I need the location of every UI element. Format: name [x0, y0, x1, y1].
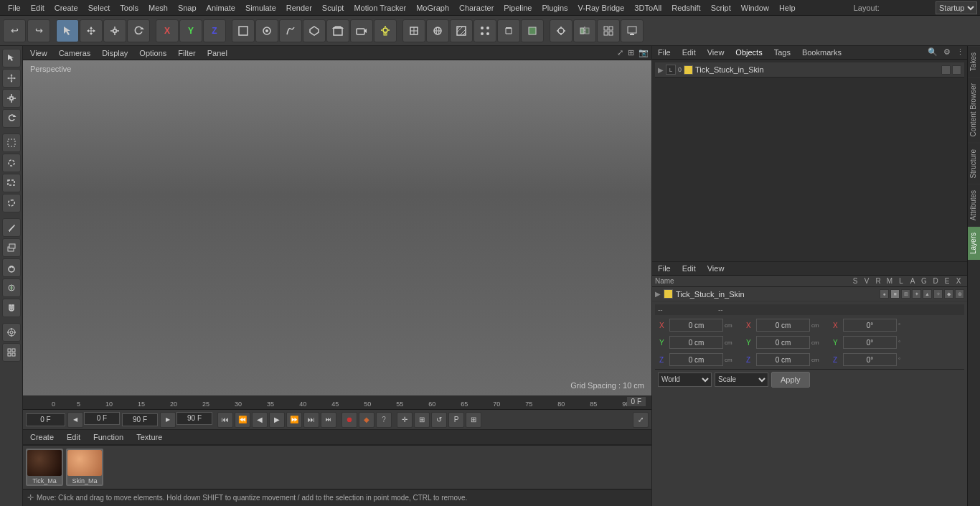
start-frame-input[interactable] — [84, 412, 120, 425]
om-bookmarks-tab[interactable]: Bookmarks — [796, 46, 847, 59]
mirror-button[interactable] — [573, 19, 596, 42]
keyframe-btn[interactable]: ✛ — [397, 412, 413, 428]
om-lock-icon[interactable] — [952, 65, 961, 75]
tab-takes[interactable]: Takes — [968, 46, 980, 77]
sidebar-paint[interactable] — [2, 278, 21, 297]
sidebar-active-tool[interactable] — [2, 49, 21, 67]
mat-edit[interactable]: Edit — [64, 431, 83, 443]
polygon-mode-button[interactable] — [521, 19, 544, 42]
tab-content-browser[interactable]: Content Browser — [968, 77, 980, 142]
go-last-key-btn[interactable]: ⏭ — [321, 412, 336, 428]
loop-btn[interactable]: ↺ — [431, 412, 447, 428]
y-scale-input[interactable] — [843, 336, 897, 349]
record2-btn[interactable]: P — [448, 412, 464, 428]
play-reverse-btn[interactable]: ◀ — [252, 412, 268, 428]
material-thumb-1[interactable]: Skin_Ma — [66, 449, 103, 486]
tab-structure[interactable]: Structure — [968, 143, 980, 184]
attr-icon-5[interactable]: ▲ — [923, 289, 932, 299]
attr-icon-4[interactable]: ✦ — [912, 289, 921, 299]
menu-animate[interactable]: Animate — [202, 2, 240, 14]
menu-character[interactable]: Character — [454, 2, 499, 14]
menu-create[interactable]: Create — [50, 2, 83, 14]
y-pos-input[interactable] — [669, 336, 723, 349]
scene-button[interactable] — [326, 19, 349, 42]
x-axis-button[interactable]: X — [156, 19, 179, 42]
menu-tools[interactable]: Tools — [115, 2, 143, 14]
menu-vray[interactable]: V-Ray Bridge — [573, 2, 630, 14]
play-btn[interactable]: ▶ — [269, 412, 285, 428]
z-rot-input[interactable] — [756, 353, 810, 366]
x-scale-input[interactable] — [843, 319, 897, 332]
vp-icon-grid[interactable]: ⊞ — [628, 48, 634, 57]
attr-icon-3[interactable]: ⊞ — [901, 289, 910, 299]
menu-render[interactable]: Render — [281, 2, 317, 14]
tab-attributes[interactable]: Attributes — [968, 184, 980, 226]
x-pos-input[interactable] — [669, 319, 723, 332]
edge-mode-button[interactable] — [497, 19, 520, 42]
schematic-btn[interactable]: ⊞ — [414, 412, 430, 428]
render-button[interactable] — [621, 19, 644, 42]
deformer-button[interactable] — [303, 19, 326, 42]
attr-icon-2[interactable]: ■ — [890, 289, 900, 299]
attr-file[interactable]: File — [652, 262, 677, 275]
om-objects-tab[interactable]: Objects — [730, 46, 768, 59]
attr-view[interactable]: View — [702, 262, 730, 275]
om-vis-icon[interactable] — [941, 65, 951, 75]
auto-key-btn[interactable]: ◆ — [359, 412, 374, 428]
menu-mesh[interactable]: Mesh — [143, 2, 173, 14]
timeline-expand-btn[interactable]: ⤢ — [633, 412, 649, 428]
vp-panel[interactable]: Panel — [203, 47, 232, 59]
attr-edit[interactable]: Edit — [677, 262, 702, 275]
om-color-swatch[interactable] — [684, 65, 693, 75]
go-start-btn[interactable]: ⏮ — [217, 412, 233, 428]
light-button[interactable] — [374, 19, 397, 42]
menu-motion-tracker[interactable]: Motion Tracker — [349, 2, 411, 14]
step-back-btn[interactable]: ⏪ — [235, 412, 250, 428]
menu-help[interactable]: Help — [774, 2, 801, 14]
current-frame-input[interactable] — [26, 413, 65, 426]
timeline-ruler[interactable]: 0 5 10 15 20 25 30 35 40 45 50 55 60 65 … — [23, 395, 651, 410]
snap-button[interactable] — [550, 19, 573, 42]
menu-script[interactable]: Script — [706, 2, 736, 14]
viewport-3d[interactable]: X Y Z Perspective Grid Spacing : 10 cm — [23, 60, 651, 395]
tab-layers[interactable]: Layers — [968, 226, 980, 260]
menu-snap[interactable]: Snap — [173, 2, 202, 14]
mat-texture[interactable]: Texture — [133, 431, 165, 443]
frame-step-left-btn[interactable]: ◀ — [67, 412, 83, 428]
om-tags-tab[interactable]: Tags — [768, 46, 796, 59]
grid-button[interactable] — [597, 19, 620, 42]
mat-create[interactable]: Create — [27, 431, 57, 443]
sidebar-render-region[interactable] — [2, 133, 21, 152]
om-row-top[interactable]: ▶ L 0 Tick_Stuck_in_Skin — [655, 62, 964, 78]
om-file[interactable]: File — [652, 46, 677, 59]
y-axis-button[interactable]: Y — [179, 19, 202, 42]
vp-icon-expand[interactable]: ⤢ — [617, 48, 623, 57]
sidebar-extra1[interactable] — [2, 343, 21, 362]
move-tool-button[interactable] — [80, 19, 103, 42]
attr-item-row[interactable]: ▶ Tick_Stuck_in_Skin ● ■ ⊞ ✦ ▲ ✧ ◆ ⊛ — [652, 287, 967, 301]
sidebar-lasso[interactable] — [2, 194, 21, 212]
vp-display[interactable]: Display — [98, 47, 132, 59]
sidebar-sculpt[interactable] — [2, 258, 21, 277]
sidebar-magnet[interactable] — [2, 299, 21, 317]
attr-icon-7[interactable]: ◆ — [944, 289, 953, 299]
menu-mograph[interactable]: MoGraph — [411, 2, 454, 14]
menu-window[interactable]: Window — [736, 2, 774, 14]
vp-cameras[interactable]: Cameras — [55, 47, 95, 59]
sidebar-motion-track[interactable] — [2, 323, 21, 342]
sidebar-move[interactable] — [2, 69, 21, 88]
attr-icon-8[interactable]: ⊛ — [955, 289, 964, 299]
vp-view[interactable]: View — [26, 47, 52, 59]
attr-icon-1[interactable]: ● — [880, 289, 889, 299]
world-select[interactable]: World — [658, 373, 712, 387]
mat-function[interactable]: Function — [90, 431, 126, 443]
max-frame-input[interactable] — [176, 412, 212, 425]
end-frame-input[interactable] — [122, 413, 158, 426]
redo-button[interactable]: ↪ — [27, 19, 50, 42]
menu-3dtoall[interactable]: 3DToAll — [629, 2, 666, 14]
anim-help-btn[interactable]: ? — [376, 412, 392, 428]
vp-icon-camera[interactable]: 📷 — [639, 48, 649, 57]
menu-sculpt[interactable]: Sculpt — [317, 2, 349, 14]
attr-icon-6[interactable]: ✧ — [933, 289, 943, 299]
menu-simulate[interactable]: Simulate — [240, 2, 281, 14]
